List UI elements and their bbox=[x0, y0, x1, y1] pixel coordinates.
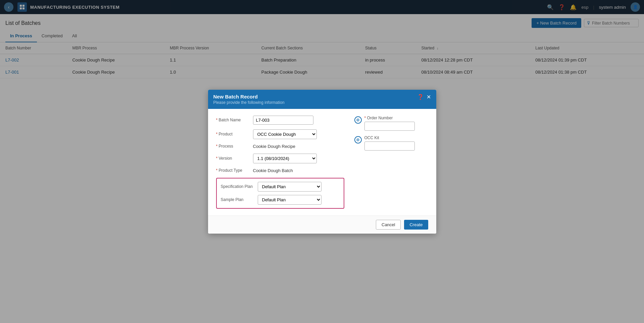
product-type-value: Cookie Dough Batch bbox=[253, 168, 293, 173]
product-type-label: * Product Type bbox=[216, 168, 253, 173]
modal-close-button[interactable]: ✕ bbox=[427, 94, 431, 100]
batch-name-input[interactable] bbox=[253, 116, 313, 125]
process-value: Cookie Dough Recipe bbox=[253, 144, 295, 149]
modal-footer: Cancel Create bbox=[208, 215, 436, 234]
sample-plan-row: Sample Plan Default Plan bbox=[221, 195, 340, 205]
product-select[interactable]: OCC Cookie Dough bbox=[253, 129, 317, 139]
order-number-label: Order Number bbox=[367, 116, 393, 120]
batch-name-label: * Batch Name bbox=[216, 118, 253, 122]
modal-subtitle: Please provide the following information bbox=[213, 100, 285, 105]
occ-kit-label: OCC Kit bbox=[364, 135, 415, 140]
version-label: * Version bbox=[216, 156, 253, 161]
main-area: List of Batches + New Batch Record ⊽ In … bbox=[0, 14, 644, 323]
process-label: * Process bbox=[216, 144, 253, 149]
product-label: * Product bbox=[216, 132, 253, 136]
spec-plan-row: Specification Plan Default Plan bbox=[221, 182, 340, 192]
new-batch-modal: New Batch Record Please provide the foll… bbox=[208, 90, 436, 234]
sample-plan-label: Sample Plan bbox=[221, 197, 258, 202]
modal-title: New Batch Record bbox=[213, 94, 285, 99]
order-number-icon[interactable]: ⊗ bbox=[354, 116, 362, 124]
form-right: ⊗ * Order Number bbox=[354, 116, 428, 209]
plans-section: Specification Plan Default Plan Sample P… bbox=[216, 178, 344, 209]
modal-header: New Batch Record Please provide the foll… bbox=[208, 90, 436, 109]
modal-help-button[interactable]: ❓ bbox=[417, 94, 424, 100]
spec-plan-select[interactable]: Default Plan bbox=[258, 182, 321, 192]
occ-kit-input[interactable] bbox=[364, 142, 415, 151]
modal-body: * Batch Name * Product OCC Cookie bbox=[208, 109, 436, 215]
order-number-input[interactable] bbox=[364, 122, 415, 131]
product-type-row: * Product Type Cookie Dough Batch bbox=[216, 168, 344, 173]
cancel-button[interactable]: Cancel bbox=[376, 220, 401, 230]
version-select[interactable]: 1.1 (08/10/2024) bbox=[253, 154, 317, 163]
form-left: * Batch Name * Product OCC Cookie bbox=[216, 116, 344, 209]
version-row: * Version 1.1 (08/10/2024) bbox=[216, 154, 344, 163]
occ-kit-icon[interactable]: ⊗ bbox=[354, 136, 362, 144]
batch-name-row: * Batch Name bbox=[216, 116, 344, 125]
process-row: * Process Cookie Dough Recipe bbox=[216, 144, 344, 149]
sample-plan-select[interactable]: Default Plan bbox=[258, 195, 321, 205]
modal-overlay: New Batch Record Please provide the foll… bbox=[0, 0, 644, 323]
product-row: * Product OCC Cookie Dough bbox=[216, 129, 344, 139]
spec-plan-label: Specification Plan bbox=[221, 184, 258, 189]
create-button[interactable]: Create bbox=[404, 220, 428, 230]
